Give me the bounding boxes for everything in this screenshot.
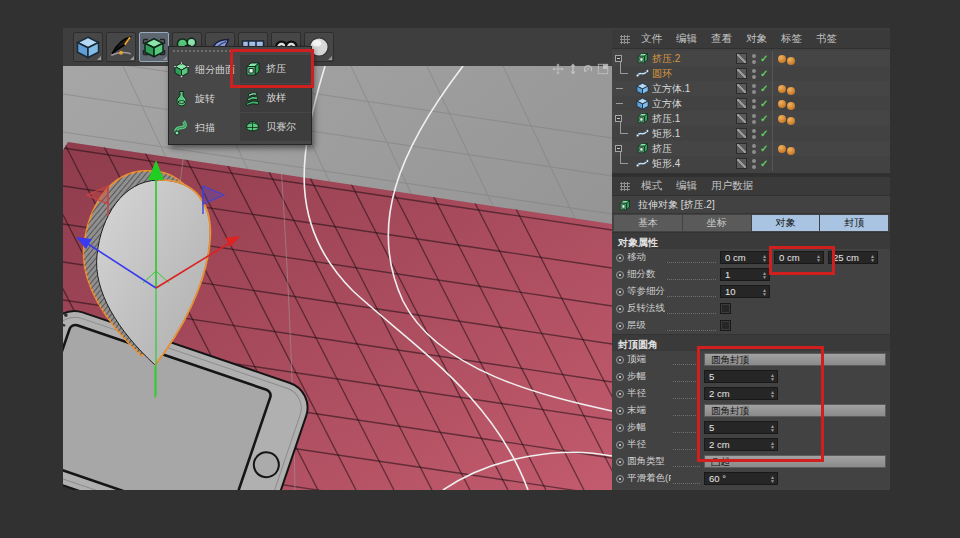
- zoom-view-icon[interactable]: [567, 61, 579, 73]
- spin-field[interactable]: 5▲▼: [704, 370, 778, 383]
- popup-item-lathe[interactable]: 旋转: [169, 84, 240, 113]
- layer-swatch-icon[interactable]: [736, 113, 747, 124]
- attribute-manager-menu-item[interactable]: 模式: [634, 179, 669, 193]
- spin-arrows-icon[interactable]: ▲▼: [770, 373, 775, 381]
- enabled-check-icon[interactable]: ✓: [760, 66, 772, 81]
- spin-arrows-icon[interactable]: ▲▼: [770, 424, 775, 432]
- expander-icon[interactable]: [615, 115, 622, 122]
- enabled-check-icon[interactable]: ✓: [760, 141, 772, 156]
- phong-tag-icon[interactable]: [778, 55, 786, 63]
- checkbox[interactable]: [720, 320, 731, 331]
- object-row-0[interactable]: 挤压.2✓: [612, 51, 890, 66]
- object-manager-menu-item[interactable]: 书签: [809, 32, 844, 46]
- object-name[interactable]: 矩形.1: [652, 127, 736, 141]
- popup-item-sweep[interactable]: 扫描: [169, 113, 240, 142]
- animation-dot-icon[interactable]: [616, 441, 624, 449]
- spin-field[interactable]: 0 cm▲▼: [774, 251, 824, 264]
- dropdown-button[interactable]: 圆角封顶: [704, 353, 886, 366]
- enabled-check-icon[interactable]: ✓: [760, 156, 772, 171]
- checkbox[interactable]: [720, 303, 731, 314]
- generators-button[interactable]: [139, 32, 169, 62]
- popup-item-extrude[interactable]: 挤压: [240, 55, 311, 84]
- spin-field[interactable]: 60 °▲▼: [704, 472, 778, 485]
- animation-dot-icon[interactable]: [616, 288, 624, 296]
- spin-field[interactable]: 1▲▼: [720, 268, 770, 281]
- pan-view-icon[interactable]: [552, 61, 564, 73]
- phong-tag-icon[interactable]: [778, 100, 786, 108]
- object-name[interactable]: 挤压.2: [652, 52, 736, 66]
- layer-swatch-icon[interactable]: [736, 158, 747, 169]
- object-row-4[interactable]: 挤压.1✓: [612, 111, 890, 126]
- animation-dot-icon[interactable]: [616, 322, 624, 330]
- animation-dot-icon[interactable]: [616, 305, 624, 313]
- animation-dot-icon[interactable]: [616, 458, 624, 466]
- animation-dot-icon[interactable]: [616, 373, 624, 381]
- panel-grip-icon[interactable]: [620, 182, 630, 191]
- animation-dot-icon[interactable]: [616, 390, 624, 398]
- spin-field[interactable]: 2 cm▲▼: [704, 387, 778, 400]
- phong-tag-icon[interactable]: [787, 57, 795, 65]
- panel-grip-icon[interactable]: [620, 35, 630, 44]
- spin-field[interactable]: 2 cm▲▼: [704, 438, 778, 451]
- expander-icon[interactable]: [615, 55, 622, 62]
- spin-arrows-icon[interactable]: ▲▼: [770, 441, 775, 449]
- dropdown-button[interactable]: 圆角封顶: [704, 404, 886, 417]
- layer-swatch-icon[interactable]: [736, 143, 747, 154]
- toggle-view-icon[interactable]: [597, 61, 609, 73]
- layer-swatch-icon[interactable]: [736, 98, 747, 109]
- phong-tag-icon[interactable]: [778, 115, 786, 123]
- phong-tag-icon[interactable]: [787, 87, 795, 95]
- tab-基本[interactable]: 基本: [614, 215, 682, 231]
- tab-坐标[interactable]: 坐标: [683, 215, 751, 231]
- object-name[interactable]: 立方体: [652, 97, 736, 111]
- visibility-dots-icon[interactable]: [751, 99, 756, 109]
- phong-tag-icon[interactable]: [787, 117, 795, 125]
- cube-primitive-button[interactable]: [73, 32, 103, 62]
- spin-field[interactable]: 5▲▼: [704, 421, 778, 434]
- object-manager-menu-item[interactable]: 标签: [774, 32, 809, 46]
- visibility-dots-icon[interactable]: [751, 144, 756, 154]
- visibility-dots-icon[interactable]: [751, 54, 756, 64]
- animation-dot-icon[interactable]: [616, 356, 624, 364]
- animation-dot-icon[interactable]: [616, 475, 624, 483]
- dropdown-button[interactable]: 凸起: [704, 455, 886, 468]
- rotate-view-icon[interactable]: [582, 61, 594, 73]
- object-row-7[interactable]: 矩形.4✓: [612, 156, 890, 171]
- tearoff-strip[interactable]: [171, 48, 309, 54]
- animation-dot-icon[interactable]: [616, 424, 624, 432]
- expander-icon[interactable]: [615, 145, 622, 152]
- object-row-3[interactable]: 立方体✓: [612, 96, 890, 111]
- spin-field[interactable]: 10▲▼: [720, 285, 770, 298]
- spin-arrows-icon[interactable]: ▲▼: [770, 390, 775, 398]
- visibility-dots-icon[interactable]: [751, 69, 756, 79]
- visibility-dots-icon[interactable]: [751, 114, 756, 124]
- phong-tag-icon[interactable]: [787, 147, 795, 155]
- object-name[interactable]: 立方体.1: [652, 82, 736, 96]
- object-row-6[interactable]: 挤压✓: [612, 141, 890, 156]
- object-manager-menu-item[interactable]: 编辑: [669, 32, 704, 46]
- layer-swatch-icon[interactable]: [736, 83, 747, 94]
- enabled-check-icon[interactable]: ✓: [760, 51, 772, 66]
- object-name[interactable]: 挤压.1: [652, 112, 736, 126]
- spin-arrows-icon[interactable]: ▲▼: [762, 288, 767, 296]
- object-row-5[interactable]: 矩形.1✓: [612, 126, 890, 141]
- object-row-1[interactable]: 圆环✓: [612, 66, 890, 81]
- visibility-dots-icon[interactable]: [751, 129, 756, 139]
- spline-pen-button[interactable]: [106, 32, 136, 62]
- enabled-check-icon[interactable]: ✓: [760, 111, 772, 126]
- layer-swatch-icon[interactable]: [736, 128, 747, 139]
- spin-arrows-icon[interactable]: ▲▼: [762, 271, 767, 279]
- phong-tag-icon[interactable]: [778, 145, 786, 153]
- enabled-check-icon[interactable]: ✓: [760, 81, 772, 96]
- spin-arrows-icon[interactable]: ▲▼: [816, 254, 821, 262]
- popup-item-bezier[interactable]: 贝赛尔: [240, 113, 311, 142]
- phong-tag-icon[interactable]: [787, 102, 795, 110]
- visibility-dots-icon[interactable]: [751, 84, 756, 94]
- spin-field[interactable]: 25 cm▲▼: [828, 251, 878, 264]
- layer-swatch-icon[interactable]: [736, 68, 747, 79]
- tab-对象[interactable]: 对象: [752, 215, 820, 231]
- animation-dot-icon[interactable]: [616, 407, 624, 415]
- tab-封顶[interactable]: 封顶: [820, 215, 888, 231]
- object-name[interactable]: 矩形.4: [652, 157, 736, 171]
- attribute-manager-menu-item[interactable]: 用户数据: [704, 179, 760, 193]
